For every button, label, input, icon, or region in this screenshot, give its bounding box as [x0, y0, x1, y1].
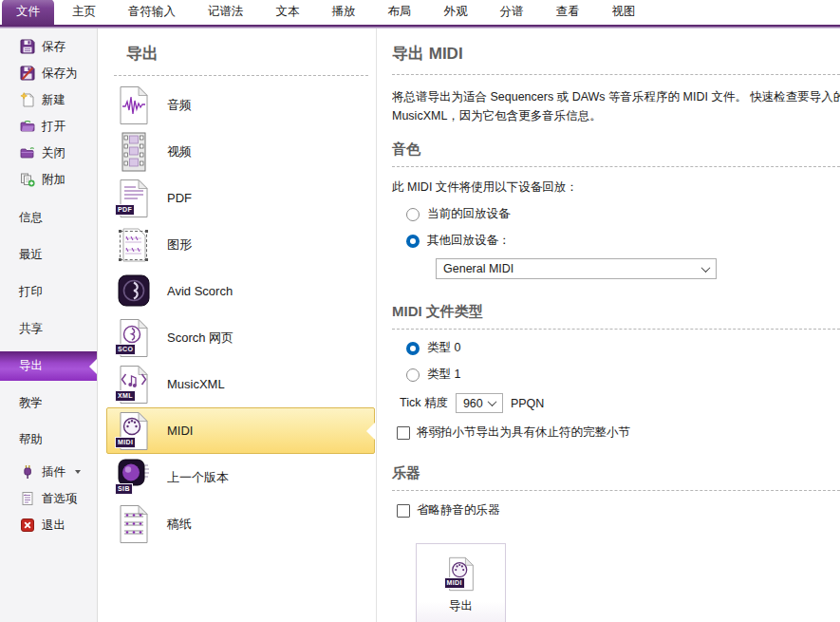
radio-unchecked-icon[interactable]	[406, 368, 420, 382]
export-item-graphics[interactable]: 图形	[98, 221, 376, 268]
playback-device-select[interactable]: General MIDI	[436, 258, 717, 279]
sidebar-item-preferences[interactable]: 首选项	[0, 485, 97, 512]
sidebar-item-label: 新建	[42, 92, 65, 108]
radio-unchecked-icon[interactable]	[406, 208, 420, 221]
sidebar-item-recent[interactable]: 最近	[0, 236, 97, 273]
sidebar-item-close[interactable]: 关闭	[0, 140, 97, 166]
sidebar-item-label: 教学	[19, 395, 43, 411]
exit-icon	[20, 518, 35, 533]
radio-midi-type-1[interactable]: 类型 1	[406, 367, 840, 383]
section-title-instruments: 乐器	[392, 464, 840, 482]
export-item-musicxml[interactable]: XML MusicXML	[98, 361, 376, 407]
tab-play[interactable]: 播放	[318, 0, 370, 25]
separator	[392, 74, 840, 75]
separator	[114, 75, 368, 76]
file-type-badge: SCO	[115, 344, 136, 355]
checkbox-omit-muted-instruments[interactable]: 省略静音的乐器	[397, 502, 840, 518]
tab-layout[interactable]: 布局	[374, 0, 426, 25]
export-button[interactable]: MIDI 导出	[416, 543, 506, 622]
ribbon-tab-bar: 文件 主页 音符输入 记谱法 文本 播放 布局 外观 分谱 查看 视图	[0, 0, 840, 25]
sidebar-item-label: 附加	[42, 172, 65, 188]
sidebar-item-label: 帮助	[19, 432, 43, 448]
export-item-video[interactable]: 视频	[98, 128, 376, 175]
graphics-file-icon	[118, 225, 150, 265]
sidebar-item-plugins[interactable]: 插件	[0, 459, 97, 485]
chevron-down-icon	[701, 263, 711, 273]
sidebar-item-info[interactable]: 信息	[0, 199, 97, 236]
separator	[392, 329, 840, 330]
sidebar-item-label: 退出	[42, 518, 65, 534]
sidebar-item-label: 保存	[42, 39, 65, 55]
export-item-midi[interactable]: MIDI MIDI	[106, 407, 375, 454]
section-title-file-type: MIDI 文件类型	[392, 303, 840, 321]
radio-current-playback-device[interactable]: 当前的回放设备	[406, 206, 840, 222]
radio-checked-icon[interactable]	[406, 235, 420, 248]
sidebar-item-teaching[interactable]: 教学	[0, 385, 97, 422]
midi-file-icon: MIDI	[447, 556, 476, 592]
sidebar-item-label: 最近	[19, 247, 43, 263]
file-type-badge: XML	[115, 390, 136, 402]
save-as-icon	[20, 66, 35, 81]
sidebar-item-save-as[interactable]: 保存为	[0, 60, 97, 86]
select-value: General MIDI	[443, 262, 513, 275]
sidebar-item-append[interactable]: 附加	[0, 166, 97, 193]
tick-resolution-select[interactable]: 960	[456, 393, 503, 413]
tab-parts[interactable]: 分谱	[486, 0, 538, 25]
separator	[392, 490, 840, 491]
tab-home[interactable]: 主页	[58, 0, 110, 25]
tab-text[interactable]: 文本	[262, 0, 314, 25]
export-item-label: 视频	[167, 143, 192, 160]
checkbox-unchecked-icon[interactable]	[397, 426, 410, 440]
separator	[392, 166, 840, 167]
sidebar-item-new[interactable]: 新建	[0, 86, 97, 113]
sidebar-item-print[interactable]: 打印	[0, 273, 97, 311]
previous-version-icon: SIB	[118, 458, 150, 498]
checkbox-export-pickup-bars[interactable]: 将弱拍小节导出为具有休止符的完整小节	[397, 424, 840, 441]
radio-label: 其他回放设备：	[427, 233, 511, 249]
tab-file[interactable]: 文件	[2, 0, 54, 25]
tab-review[interactable]: 查看	[542, 0, 594, 25]
radio-midi-type-0[interactable]: 类型 0	[406, 340, 840, 356]
export-item-label: PDF	[167, 191, 192, 205]
tab-note-input[interactable]: 音符输入	[114, 0, 190, 25]
close-folder-icon	[20, 145, 35, 160]
preferences-icon	[20, 491, 35, 506]
select-value: 960	[463, 397, 483, 410]
export-description: 将总谱导出为适合 Sequencers 或 DAWs 等音乐程序的 MIDI 文…	[392, 87, 840, 125]
export-item-avid-scorch[interactable]: Avid Scorch	[98, 268, 376, 314]
radio-label: 类型 1	[427, 367, 460, 383]
export-item-manuscript-paper[interactable]: 稿纸	[98, 500, 376, 547]
sidebar-item-save[interactable]: 保存	[0, 33, 97, 60]
radio-other-playback-device[interactable]: 其他回放设备：	[406, 233, 840, 249]
checkbox-label: 将弱拍小节导出为具有休止符的完整小节	[417, 424, 630, 441]
sidebar-item-label: 导出	[19, 358, 43, 374]
tab-notations[interactable]: 记谱法	[194, 0, 258, 25]
export-item-pdf[interactable]: PDF PDF	[98, 175, 376, 221]
description-line: 将总谱导出为适合 Sequencers 或 DAWs 等音乐程序的 MIDI 文…	[392, 87, 840, 106]
export-item-audio[interactable]: 音频	[98, 82, 376, 128]
export-item-previous-version[interactable]: SIB 上一个版本	[98, 454, 376, 500]
sidebar-item-help[interactable]: 帮助	[0, 422, 97, 459]
radio-checked-icon[interactable]	[406, 342, 420, 355]
scorch-web-icon: SCO	[118, 318, 150, 358]
export-panel-title: 导出	[126, 43, 376, 65]
tab-view[interactable]: 视图	[598, 0, 650, 25]
checkbox-unchecked-icon[interactable]	[397, 504, 410, 518]
export-item-scorch-web[interactable]: SCO Scorch 网页	[98, 314, 376, 361]
sidebar-item-export[interactable]: 导出	[0, 351, 97, 381]
open-folder-icon	[20, 119, 35, 134]
description-line: MusicXML，因为它包含更多音乐信息。	[392, 106, 840, 125]
export-item-label: 稿纸	[167, 516, 192, 533]
avid-scorch-icon	[118, 272, 150, 311]
file-type-badge: SIB	[115, 483, 133, 495]
sidebar-item-exit[interactable]: 退出	[0, 512, 97, 538]
tab-appearance[interactable]: 外观	[430, 0, 482, 25]
export-item-label: MIDI	[167, 424, 193, 438]
sidebar-item-open[interactable]: 打开	[0, 113, 97, 140]
dropdown-caret-icon	[75, 470, 81, 474]
sidebar-item-share[interactable]: 共享	[0, 311, 97, 348]
export-item-label: 上一个版本	[167, 469, 229, 486]
sidebar-item-label: 信息	[19, 210, 43, 226]
sidebar-item-label: 打印	[19, 284, 43, 300]
file-type-badge: MIDI	[115, 437, 136, 448]
